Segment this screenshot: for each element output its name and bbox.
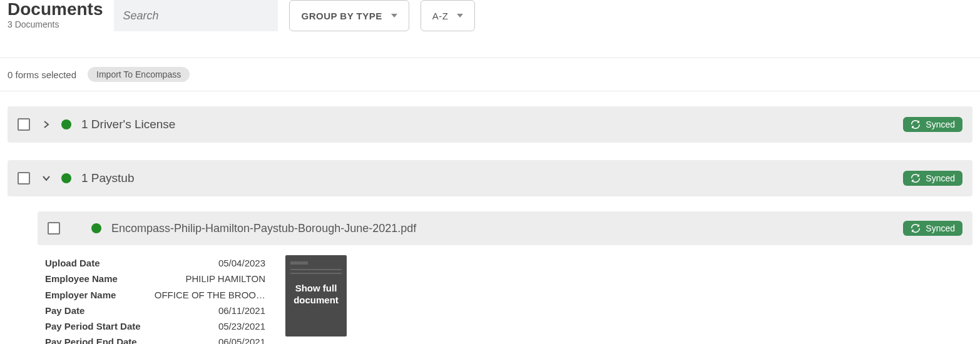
detail-label: Employee Name [45,271,118,286]
group-checkbox[interactable] [18,118,30,131]
status-dot-icon [61,173,71,183]
detail-value: 06/05/2021 [218,335,265,344]
detail-label: Pay Date [45,303,84,318]
synced-label: Synced [926,119,955,129]
document-group: 1 Paystub Synced Encompass-Philip-Hamilt… [8,160,972,344]
chevron-right-icon[interactable] [43,121,50,128]
group-header[interactable]: 1 Paystub Synced [8,160,972,196]
sort-label: A-Z [432,11,449,21]
sort-dropdown[interactable]: A-Z [421,0,476,31]
detail-value: 05/04/2023 [218,256,265,270]
document-group: 1 Driver's License Synced [8,106,972,143]
document-row[interactable]: Encompass-Philip-Hamilton-Paystub-Boroug… [38,211,972,245]
group-checkbox[interactable] [18,172,30,185]
detail-value: PHILIP HAMILTON [185,271,265,286]
import-button[interactable]: Import To Encompass [88,67,190,82]
detail-label: Pay Period Start Date [45,319,141,333]
thumb-decoration [290,269,342,270]
sync-icon [911,119,921,129]
thumb-decoration [290,261,308,265]
show-full-document-label: Show full document [285,283,347,306]
detail-value: 05/23/2021 [218,319,265,333]
document-checkbox[interactable] [48,222,60,235]
caret-down-icon [391,14,397,18]
synced-badge: Synced [903,221,962,236]
action-bar: 0 forms selected Import To Encompass [0,58,980,91]
document-groups: 1 Driver's License Synced 1 Paystub Sync… [0,91,980,344]
caret-down-icon [457,14,463,18]
document-details: Upload Date 05/04/2023 Employee Name PHI… [45,255,972,344]
status-dot-icon [61,119,71,129]
group-label: 1 Driver's License [81,118,903,131]
document-count: 3 Documents [8,19,103,29]
status-dot-icon [91,223,101,233]
synced-label: Synced [926,223,955,233]
group-by-dropdown[interactable]: GROUP BY TYPE [289,0,409,31]
thumb-decoration [290,273,342,274]
detail-value: OFFICE OF THE BROO… [155,288,265,302]
chevron-down-icon[interactable] [43,175,50,182]
detail-row: Upload Date 05/04/2023 [45,255,265,271]
page-title: Documents [8,0,103,18]
synced-badge: Synced [903,171,962,186]
details-table: Upload Date 05/04/2023 Employee Name PHI… [45,255,265,344]
detail-row: Employee Name PHILIP HAMILTON [45,271,265,286]
title-block: Documents 3 Documents [8,0,103,29]
selection-count: 0 forms selected [8,69,76,80]
sync-icon [911,173,921,183]
sync-icon [911,223,921,233]
group-label: 1 Paystub [81,171,903,185]
synced-label: Synced [926,173,955,183]
top-bar: Documents 3 Documents GROUP BY TYPE A-Z [0,0,980,58]
detail-label: Upload Date [45,256,100,270]
group-by-label: GROUP BY TYPE [301,11,382,21]
document-filename: Encompass-Philip-Hamilton-Paystub-Boroug… [111,222,903,235]
detail-label: Employer Name [45,288,116,302]
detail-value: 06/11/2021 [218,303,265,318]
detail-row: Pay Period Start Date 05/23/2021 [45,318,265,334]
search-input[interactable] [114,0,278,31]
synced-badge: Synced [903,117,962,132]
detail-row: Pay Date 06/11/2021 [45,303,265,318]
group-header[interactable]: 1 Driver's License Synced [8,106,972,143]
detail-label: Pay Period End Date [45,335,137,344]
document-thumbnail[interactable]: Show full document [285,255,347,336]
detail-row: Employer Name OFFICE OF THE BROO… [45,287,265,303]
detail-row: Pay Period End Date 06/05/2021 [45,334,265,344]
